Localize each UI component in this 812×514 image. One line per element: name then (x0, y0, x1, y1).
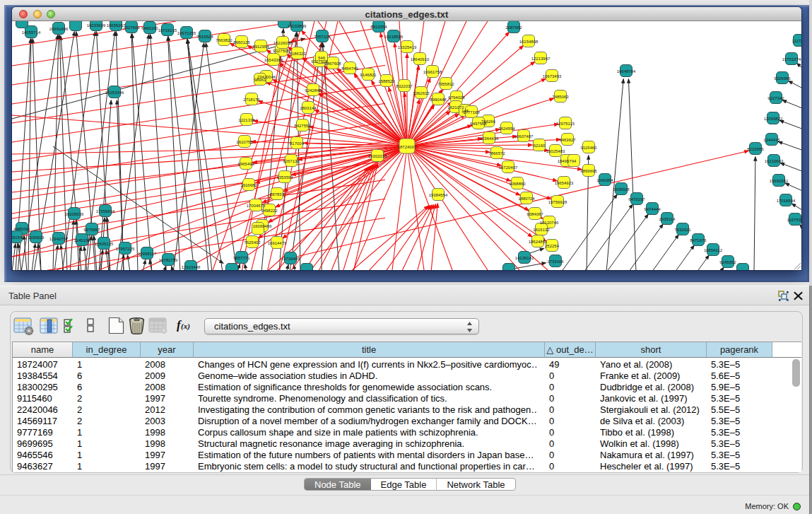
svg-text:1221338: 1221338 (238, 118, 255, 122)
svg-text:1167533: 1167533 (787, 218, 801, 222)
svg-text:9245652: 9245652 (719, 260, 736, 264)
svg-text:18640910: 18640910 (411, 57, 430, 62)
svg-text:12213967: 12213967 (531, 57, 551, 61)
svg-text:16914479: 16914479 (268, 241, 287, 245)
svg-text:18724007: 18724007 (398, 145, 417, 149)
svg-text:98961: 98961 (254, 78, 266, 82)
svg-text:12975115: 12975115 (556, 122, 575, 126)
svg-text:17016504: 17016504 (777, 199, 796, 203)
svg-text:817004: 817004 (290, 141, 305, 146)
svg-text:8454749: 8454749 (341, 66, 358, 71)
svg-text:1615132: 1615132 (533, 228, 550, 232)
svg-text:887833: 887833 (270, 192, 285, 197)
svg-text:5938928: 5938928 (613, 187, 630, 192)
svg-text:1362615: 1362615 (413, 91, 430, 95)
svg-text:1244415: 1244415 (763, 138, 780, 142)
svg-text:17957225: 17957225 (116, 247, 135, 251)
svg-text:19654923: 19654923 (555, 181, 574, 185)
svg-text:16671355: 16671355 (177, 31, 196, 35)
svg-text:9115460: 9115460 (581, 146, 598, 150)
svg-text:3624554: 3624554 (498, 127, 515, 131)
svg-text:7663822: 7663822 (216, 38, 233, 42)
svg-text:16961758: 16961758 (423, 70, 442, 74)
svg-text:6794028: 6794028 (448, 95, 465, 100)
svg-text:9899695: 9899695 (580, 169, 597, 173)
svg-text:9084067: 9084067 (526, 212, 543, 216)
svg-text:7357224: 7357224 (314, 35, 331, 39)
svg-text:6466160: 6466160 (141, 26, 158, 30)
svg-text:20691406: 20691406 (49, 27, 69, 31)
svg-text:15692951: 15692951 (770, 179, 789, 183)
svg-text:8215955: 8215955 (747, 147, 764, 151)
svg-text:19384554: 19384554 (429, 193, 448, 197)
svg-text:1156829: 1156829 (28, 235, 45, 240)
svg-text:12093822: 12093822 (764, 117, 783, 121)
svg-text:1640954: 1640954 (596, 178, 613, 182)
svg-text:8322037: 8322037 (396, 84, 413, 88)
svg-text:15226058: 15226058 (273, 41, 293, 45)
svg-text:6479197: 6479197 (628, 197, 645, 201)
svg-text:11172...: 11172... (792, 39, 801, 43)
svg-text:62160: 62160 (534, 144, 546, 148)
svg-text:9146821: 9146821 (360, 73, 377, 77)
svg-text:12923448: 12923448 (182, 265, 201, 269)
svg-text:7866572: 7866572 (488, 151, 505, 156)
svg-text:2718176: 2718176 (243, 98, 260, 102)
svg-text:10958117: 10958117 (138, 252, 157, 256)
svg-text:6497568: 6497568 (470, 122, 487, 126)
svg-text:8186323: 8186323 (289, 52, 306, 56)
svg-text:16154808: 16154808 (519, 40, 539, 44)
svg-text:1588520: 1588520 (378, 79, 395, 83)
svg-text:7955812: 7955812 (437, 82, 454, 86)
svg-text:1068860: 1068860 (509, 182, 526, 186)
svg-text:5498222: 5498222 (261, 209, 278, 213)
svg-text:17359934: 17359934 (96, 209, 115, 214)
svg-text:1965493: 1965493 (237, 162, 254, 166)
svg-text:21053346: 21053346 (105, 90, 124, 95)
svg-text:9474444: 9474444 (644, 207, 661, 211)
svg-text:13325419: 13325419 (398, 45, 417, 49)
svg-text:10654112: 10654112 (704, 248, 723, 252)
svg-text:20364436: 20364436 (480, 136, 499, 141)
svg-text:16543382: 16543382 (264, 58, 283, 62)
svg-text:1527602: 1527602 (123, 25, 140, 30)
svg-text:9242848: 9242848 (305, 88, 322, 93)
svg-text:9657771: 9657771 (233, 256, 250, 260)
svg-text:546: 546 (318, 56, 326, 60)
svg-text:19756928: 19756928 (548, 200, 567, 204)
svg-text:2087682: 2087682 (505, 25, 522, 30)
svg-text:39154: 39154 (12, 235, 23, 240)
svg-text:10607487: 10607487 (514, 134, 534, 139)
svg-text:15302033: 15302033 (368, 154, 387, 158)
svg-text:9463627: 9463627 (559, 138, 576, 142)
svg-text:1880724: 1880724 (518, 197, 535, 201)
svg-text:8427552: 8427552 (294, 124, 311, 128)
svg-text:10719135: 10719135 (158, 28, 177, 33)
svg-text:9329966: 9329966 (774, 76, 791, 81)
svg-text:4485061: 4485061 (13, 227, 30, 231)
svg-text:2935114: 2935114 (659, 217, 676, 221)
svg-text:8471676: 8471676 (690, 238, 707, 243)
svg-text:8990448: 8990448 (430, 98, 447, 102)
svg-text:9327506: 9327506 (273, 49, 290, 53)
svg-text:12942757: 12942757 (49, 237, 69, 241)
svg-text:1916682: 1916682 (240, 183, 257, 187)
svg-text:15720407: 15720407 (499, 165, 518, 170)
svg-text:1353594: 1353594 (276, 175, 293, 180)
svg-text:12505135: 12505135 (95, 242, 114, 246)
svg-text:17004675: 17004675 (247, 204, 266, 208)
svg-text:18495794: 18495794 (558, 159, 577, 163)
svg-text:(x): (x) (181, 322, 190, 331)
svg-text:19218506: 19218506 (384, 35, 404, 39)
svg-text:10120746: 10120746 (540, 221, 559, 225)
svg-text:7625402: 7625402 (244, 240, 261, 245)
svg-text:14136141: 14136141 (515, 256, 534, 260)
svg-text:16099489: 16099489 (253, 224, 272, 228)
svg-text:15751074: 15751074 (782, 57, 801, 62)
svg-text:8912954: 8912954 (252, 45, 269, 49)
svg-text:8813054: 8813054 (370, 25, 387, 29)
svg-text:1610755: 1610755 (236, 140, 253, 144)
svg-text:7632621: 7632621 (674, 228, 691, 232)
svg-text:16210643: 16210643 (765, 159, 784, 163)
svg-text:3267130: 3267130 (283, 159, 300, 163)
